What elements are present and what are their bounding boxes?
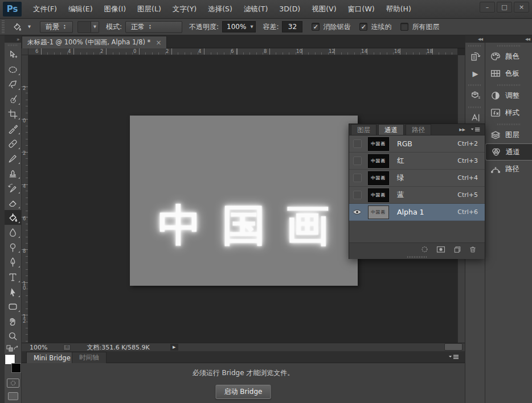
- tab-timeline[interactable]: 时间轴: [72, 352, 107, 363]
- menu-item-view[interactable]: 视图(V): [306, 2, 342, 17]
- panel-button-layers[interactable]: 图层: [485, 126, 532, 143]
- move-tool[interactable]: [5, 47, 22, 62]
- history-panel-button[interactable]: [465, 48, 485, 65]
- toolbar-collapse-button[interactable]: »: [5, 35, 22, 43]
- channel-row-red[interactable]: 中国画 红 Ctrl+3: [349, 153, 485, 170]
- all-layers-option[interactable]: 所有图层: [400, 22, 439, 32]
- crop-tool[interactable]: [5, 106, 22, 121]
- panel-resize-grip[interactable]: [349, 255, 485, 259]
- dock-grip[interactable]: [468, 45, 482, 47]
- delete-channel-icon[interactable]: [469, 245, 477, 253]
- close-button[interactable]: ×: [514, 2, 529, 13]
- type-tool[interactable]: [5, 269, 22, 284]
- dock-collapse-button[interactable]: ◀◀: [485, 35, 532, 43]
- dock-grip[interactable]: [468, 84, 482, 86]
- zoom-level-field[interactable]: 100%: [30, 344, 47, 351]
- dock-collapse-button[interactable]: ◀◀: [465, 35, 485, 43]
- panel-menu-icon[interactable]: [470, 126, 481, 133]
- menu-item-layer[interactable]: 图层(L): [132, 2, 167, 17]
- history-brush-tool[interactable]: [5, 180, 22, 195]
- canvas[interactable]: 中国画: [130, 116, 358, 286]
- visibility-toggle[interactable]: [349, 209, 365, 215]
- screen-mode-button[interactable]: [8, 392, 18, 400]
- channel-row-rgb[interactable]: 中国画 RGB Ctrl+2: [349, 135, 485, 153]
- panel-button-adjustments[interactable]: 调整: [485, 87, 532, 104]
- polygonal-lasso-tool[interactable]: [5, 77, 22, 92]
- anti-alias-option[interactable]: ✓ 消除锯齿: [312, 22, 350, 32]
- clone-stamp-tool[interactable]: [5, 166, 22, 180]
- pattern-picker[interactable]: ▼: [77, 21, 99, 33]
- minimize-button[interactable]: –: [480, 2, 495, 13]
- eraser-tool[interactable]: [5, 195, 22, 210]
- status-flyout-icon[interactable]: ▶: [170, 344, 178, 351]
- paint-bucket-tool[interactable]: [5, 210, 22, 225]
- menu-item-window[interactable]: 窗口(W): [342, 2, 380, 17]
- all-layers-checkbox[interactable]: [400, 23, 408, 31]
- fill-source-select[interactable]: 前景 ▴▾: [40, 21, 73, 33]
- menu-item-select[interactable]: 选择(S): [202, 2, 238, 17]
- dodge-tool[interactable]: [5, 240, 22, 254]
- panel-button-color[interactable]: 颜色: [485, 48, 532, 65]
- opacity-select[interactable]: 100% ▼: [222, 21, 256, 32]
- panel-button-channels[interactable]: 通道: [485, 143, 532, 161]
- tab-layers[interactable]: 图层: [351, 124, 377, 135]
- dock-grip[interactable]: [468, 106, 482, 108]
- panel-menu-icon[interactable]: [448, 353, 460, 360]
- swap-colors-icon[interactable]: [13, 345, 20, 352]
- new-channel-icon[interactable]: [453, 245, 461, 253]
- brush-tool[interactable]: [5, 151, 22, 166]
- channel-row-blue[interactable]: 中国画 蓝 Ctrl+5: [349, 187, 485, 204]
- panel-button-paths[interactable]: 路径: [485, 161, 532, 178]
- tab-paths[interactable]: 路径: [406, 124, 431, 135]
- path-selection-tool[interactable]: [5, 284, 22, 299]
- quick-mask-button[interactable]: [7, 379, 19, 388]
- spot-healing-brush-tool[interactable]: [5, 136, 22, 151]
- save-as-mask-icon[interactable]: [436, 245, 445, 253]
- visibility-toggle[interactable]: [349, 174, 365, 182]
- menu-item-edit[interactable]: 编辑(E): [63, 2, 99, 17]
- quick-selection-tool[interactable]: [5, 92, 22, 106]
- default-colors-icon[interactable]: [6, 345, 13, 352]
- channel-row-alpha1[interactable]: 中国画 Alpha 1 Ctrl+6: [349, 204, 485, 221]
- document-close-icon[interactable]: ×: [155, 39, 161, 47]
- launch-bridge-button[interactable]: 启动 Bridge: [216, 385, 271, 399]
- tool-preset-picker[interactable]: ▼: [8, 21, 34, 32]
- mode-select[interactable]: 正常 ▴▾: [125, 21, 182, 33]
- menu-item-type[interactable]: 文字(Y): [167, 2, 202, 17]
- 3d-panel-button[interactable]: [465, 87, 485, 104]
- channel-row-green[interactable]: 中国画 绿 Ctrl+4: [349, 170, 485, 187]
- dock-grip[interactable]: [497, 124, 520, 125]
- visibility-toggle[interactable]: [349, 191, 365, 199]
- dock-grip[interactable]: [497, 45, 520, 47]
- dock-grip[interactable]: [497, 84, 520, 86]
- maximize-button[interactable]: □: [497, 2, 512, 13]
- menu-item-help[interactable]: 帮助(H): [380, 2, 417, 17]
- tab-channels[interactable]: 通道: [378, 124, 404, 135]
- panel-overflow-icon[interactable]: ▶▶: [459, 128, 465, 132]
- load-selection-icon[interactable]: [420, 245, 429, 253]
- visibility-toggle[interactable]: [349, 139, 365, 148]
- panel-button-swatches[interactable]: 色板: [485, 65, 532, 82]
- zoom-tool[interactable]: [5, 328, 22, 343]
- status-badge-icon[interactable]: ©: [63, 344, 71, 351]
- eyedropper-tool[interactable]: [5, 121, 22, 136]
- shape-tool[interactable]: [5, 299, 22, 314]
- contiguous-checkbox[interactable]: ✓: [359, 23, 367, 31]
- scrollbar-corner[interactable]: [444, 343, 463, 351]
- menu-item-file[interactable]: 文件(F): [27, 2, 63, 17]
- elliptical-marquee-tool[interactable]: [5, 62, 22, 77]
- hand-tool[interactable]: [5, 314, 22, 328]
- visibility-toggle[interactable]: [349, 157, 365, 165]
- tolerance-input[interactable]: 32: [282, 21, 302, 32]
- pen-tool[interactable]: [5, 254, 22, 269]
- panel-button-styles[interactable]: 样式: [485, 104, 532, 121]
- blur-tool[interactable]: [5, 225, 22, 240]
- menu-item-image[interactable]: 图像(I): [99, 2, 132, 17]
- toolbar-grip[interactable]: [8, 44, 18, 46]
- menu-item-filter[interactable]: 滤镜(T): [238, 2, 273, 17]
- menu-item-3d[interactable]: 3D(D): [273, 2, 306, 17]
- anti-alias-checkbox[interactable]: ✓: [312, 23, 320, 31]
- background-color-swatch[interactable]: [11, 363, 21, 373]
- document-tab[interactable]: 未标题-1 @ 100% (中国画, Alpha 1/8) * ×: [22, 36, 167, 48]
- options-bar-grip[interactable]: [2, 20, 5, 33]
